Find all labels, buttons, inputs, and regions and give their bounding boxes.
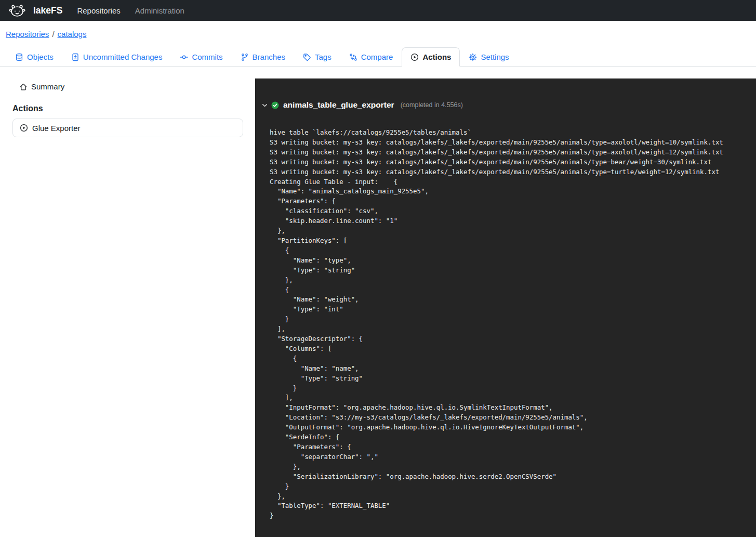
compare-icon [349,53,357,61]
chevron-down-icon [261,102,268,109]
tab-branches[interactable]: Branches [232,47,294,67]
tab-objects[interactable]: Objects [6,47,62,67]
tab-label: Tags [315,53,331,61]
action-run-panel: animals_table_glue_exporter (completed i… [255,78,756,537]
axolotl-logo-icon [6,3,28,18]
tab-actions[interactable]: Actions [402,47,460,67]
lakefs-brand[interactable]: lakeFS [6,3,62,18]
actions-sidebar: Summary Actions Glue Exporter [0,67,255,537]
tab-label: Objects [27,53,54,61]
content-area: Summary Actions Glue Exporter [0,67,756,537]
tab-label: Commits [192,53,222,61]
database-icon [15,53,23,61]
breadcrumb-repositories-link[interactable]: Repositories [6,30,49,38]
play-circle-icon [410,53,419,61]
house-icon [19,83,28,91]
tab-label: Actions [422,53,451,61]
tab-label: Compare [361,53,393,61]
run-header: animals_table_glue_exporter (completed i… [255,100,756,110]
nav-administration[interactable]: Administration [128,6,192,15]
nav-repositories[interactable]: Repositories [70,6,127,15]
tab-compare[interactable]: Compare [340,47,402,67]
brand-label: lakeFS [33,5,62,16]
collapse-run-button[interactable] [261,102,268,109]
success-check-icon [271,101,279,109]
run-title: animals_table_glue_exporter [283,100,394,110]
sidebar-item-summary[interactable]: Summary [0,82,255,91]
summary-label: Summary [31,82,64,91]
commit-icon [180,53,188,61]
gear-icon [469,53,477,61]
tab-label: Uncommitted Changes [83,53,163,61]
run-duration: (completed in 4.556s) [401,101,463,109]
repository-tabbar: Objects Uncommitted Changes Commits [0,47,756,67]
play-circle-icon [20,124,28,132]
breadcrumb: Repositories/catalogs [0,21,756,38]
branch-icon [241,53,249,61]
tab-tags[interactable]: Tags [294,47,340,67]
tab-label: Settings [481,53,509,61]
tab-commits[interactable]: Commits [171,47,231,67]
tab-uncommitted-changes[interactable]: Uncommitted Changes [62,47,171,67]
tab-settings[interactable]: Settings [460,47,518,67]
run-log-output: hive table `lakefs://catalogs/9255e5/tab… [255,128,756,521]
file-diff-icon [71,53,79,61]
tab-label: Branches [253,53,285,61]
breadcrumb-separator: / [52,30,54,38]
actions-section-title: Actions [12,104,255,113]
tag-icon [303,53,311,61]
breadcrumb-catalogs-link[interactable]: catalogs [58,30,87,38]
action-item-label: Glue Exporter [32,124,81,133]
top-navbar: lakeFS Repositories Administration [0,0,756,21]
action-item-glue-exporter[interactable]: Glue Exporter [12,119,243,137]
